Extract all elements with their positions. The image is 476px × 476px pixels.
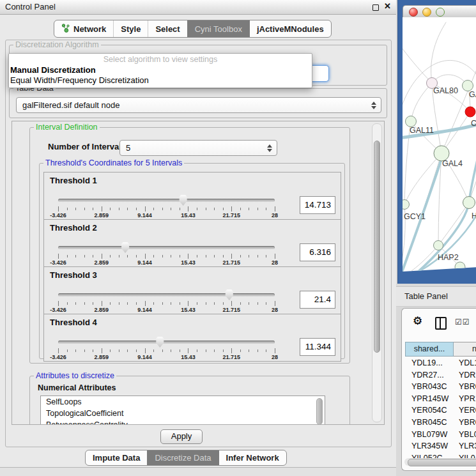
threshold-panel-2: Threshold 2 -3.4262.8599.14415.4321.7152… xyxy=(43,219,341,267)
slider-track[interactable] xyxy=(58,341,275,344)
threshold-2-slider[interactable]: -3.4262.8599.14415.4321.71528 xyxy=(58,242,275,266)
cell-name: YBR0 xyxy=(459,381,476,393)
numerical-attributes-label: Numerical Attributes xyxy=(38,383,116,392)
network-node-label: GAL80 xyxy=(433,86,458,95)
threshold-2-value[interactable]: 6.316 xyxy=(300,243,335,261)
threshold-4-value[interactable]: 11.344 xyxy=(300,338,335,356)
intervals-label: Number of Intervals xyxy=(48,142,126,151)
threshold-panel-3: Threshold 3 -3.4262.8599.14415.4321.7152… xyxy=(43,266,341,314)
tab-style[interactable]: Style xyxy=(113,20,148,37)
main-scrollbar[interactable] xyxy=(372,123,382,422)
select-checkboxes-icon[interactable]: ☑☑ xyxy=(455,318,470,326)
slider-tick-labels: -3.4262.8599.14415.4321.71528 xyxy=(58,259,275,266)
threshold-1-slider[interactable]: -3.4262.8599.14415.4321.71528 xyxy=(58,194,275,219)
columns-icon[interactable] xyxy=(435,317,447,330)
network-node[interactable] xyxy=(463,197,475,209)
network-node[interactable] xyxy=(465,107,475,117)
table-row[interactable]: YDL19...YDL1 xyxy=(402,357,476,369)
table-hscrollbar-thumb[interactable] xyxy=(408,459,476,466)
tab-select[interactable]: Select xyxy=(148,20,187,37)
network-window-titlebar[interactable] xyxy=(403,5,476,19)
tab-network[interactable]: Network xyxy=(54,20,113,37)
table-row[interactable]: YPR145WYPR1 xyxy=(402,393,476,405)
attributes-list[interactable]: SelfLoopsTopologicalCoefficientBetweenne… xyxy=(40,395,325,425)
float-icon[interactable] xyxy=(372,4,379,11)
network-window-frame: GAL80GACGAL11GAL4GCY1HHAP2 xyxy=(397,0,476,284)
slider-ticks xyxy=(58,348,275,354)
network-edge[interactable] xyxy=(411,83,432,121)
network-node[interactable] xyxy=(434,241,443,250)
column-header-shared[interactable]: shared... xyxy=(405,342,454,357)
control-panel-titlebar: Control Panel ✕ xyxy=(0,0,396,15)
main-scrollbar-thumb[interactable] xyxy=(374,141,380,353)
tab-discretize-data[interactable]: Discretize Data xyxy=(147,450,218,465)
network-canvas[interactable]: GAL80GACGAL11GAL4GCY1HHAP2 xyxy=(403,17,476,272)
close-icon[interactable]: ✕ xyxy=(384,1,391,11)
slider-handle[interactable] xyxy=(178,194,188,206)
network-node[interactable] xyxy=(463,81,473,91)
table-row[interactable]: YLR345WYLR3 xyxy=(402,440,476,452)
table-row[interactable]: YER054CYER0 xyxy=(402,404,476,417)
network-edge[interactable] xyxy=(438,203,469,245)
threshold-1-value[interactable]: 14.713 xyxy=(300,196,335,214)
cell-shared-name: YPR145W xyxy=(411,393,449,405)
slider-tick-labels: -3.4262.8599.14415.4321.71528 xyxy=(58,354,275,360)
network-node[interactable] xyxy=(406,116,417,127)
threshold-4-slider[interactable]: -3.4262.8599.14415.4321.71528 xyxy=(58,336,275,360)
table-row[interactable]: YDR27...YDR2 xyxy=(402,369,476,381)
network-edge[interactable] xyxy=(403,45,432,83)
cell-name: YBR0 xyxy=(459,417,476,429)
intervals-combobox[interactable]: 5 xyxy=(119,140,277,156)
table-panel-bar[interactable]: Table Panel xyxy=(396,286,476,307)
table-row[interactable]: YBL079WYBL0 xyxy=(402,429,476,441)
tab-cyni-toolbox[interactable]: Cyni Toolbox xyxy=(187,20,249,37)
slider-ticks xyxy=(58,301,275,307)
slider-handle[interactable] xyxy=(155,336,165,348)
top-tabbar: Network Style Select Cyni Toolbox jActiv… xyxy=(54,20,332,38)
list-item[interactable]: BetweennessCentrality xyxy=(41,419,325,425)
table-panel: ⚙ ☑☑ shared... n YDL19...YDL1YDR27...YDR… xyxy=(401,308,476,471)
table-data-combobox[interactable]: galFiltered.sif default node xyxy=(16,97,381,113)
group-label-attributes: Attributes to discretize xyxy=(34,371,116,380)
close-traffic-light-icon[interactable] xyxy=(409,8,418,17)
slider-track[interactable] xyxy=(58,246,275,249)
tab-impute-data[interactable]: Impute Data xyxy=(86,450,147,465)
network-edge[interactable] xyxy=(431,22,446,83)
algorithm-option-equal-width[interactable]: Equal Width/Frequency Discretization xyxy=(9,75,312,86)
cell-shared-name: YBR045C xyxy=(411,417,447,429)
table-data-value: galFiltered.sif default node xyxy=(22,98,119,112)
algorithm-option-manual[interactable]: Manual Discretization xyxy=(9,65,312,75)
network-node[interactable] xyxy=(455,262,465,272)
cell-name: YDL1 xyxy=(459,357,476,369)
network-node[interactable] xyxy=(403,200,410,210)
attributes-list-scrollbar[interactable] xyxy=(316,398,323,425)
list-item[interactable]: TopologicalCoefficient xyxy=(41,408,325,419)
slider-handle[interactable] xyxy=(121,242,130,253)
slider-handle[interactable] xyxy=(224,289,234,300)
cell-shared-name: YBR043C xyxy=(411,381,447,393)
cell-name: YLR3 xyxy=(459,440,476,452)
threshold-3-slider[interactable]: -3.4262.8599.14415.4321.71528 xyxy=(58,289,275,313)
column-header-name[interactable]: n xyxy=(454,342,476,357)
gear-icon[interactable]: ⚙ xyxy=(413,314,422,328)
cell-shared-name: YDL19... xyxy=(411,357,443,369)
tab-infer-network[interactable]: Infer Network xyxy=(219,450,286,465)
cell-shared-name: YLR345W xyxy=(411,440,448,452)
interval-definition-group: Interval Definition Number of Intervals … xyxy=(29,127,350,364)
control-panel: Control Panel ✕ Network Style Select Cyn… xyxy=(0,0,397,476)
table-hscrollbar[interactable] xyxy=(404,458,476,466)
screen: Control Panel ✕ Network Style Select Cyn… xyxy=(0,0,476,476)
slider-tick-labels: -3.4262.8599.14415.4321.71528 xyxy=(58,307,275,313)
threshold-3-value[interactable]: 21.4 xyxy=(300,291,335,309)
group-label-algorithm: Discretization Algorithm xyxy=(13,40,101,49)
slider-track[interactable] xyxy=(58,293,275,296)
zoom-traffic-light-icon[interactable] xyxy=(436,8,445,17)
slider-track[interactable] xyxy=(58,199,275,202)
minimize-traffic-light-icon[interactable] xyxy=(422,8,431,17)
table-row[interactable]: YBR045CYBR0 xyxy=(402,417,476,429)
tab-jactivemnodules[interactable]: jActiveMNodules xyxy=(249,20,331,37)
table-row[interactable]: YBR043CYBR0 xyxy=(402,381,476,393)
right-panel: GAL80GACGAL11GAL4GCY1HHAP2 Table Panel ⚙… xyxy=(396,0,476,476)
apply-button[interactable]: Apply xyxy=(160,429,203,444)
list-item[interactable]: SelfLoops xyxy=(41,396,325,408)
